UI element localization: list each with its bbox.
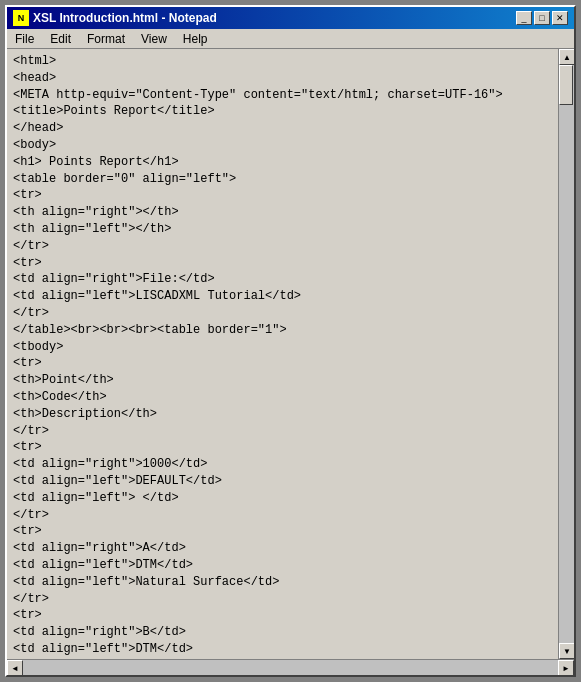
menu-file[interactable]: File [7,30,42,48]
horizontal-scrollbar[interactable]: ◄ ► [7,659,574,675]
title-buttons: _ □ ✕ [516,11,568,25]
scroll-down-button[interactable]: ▼ [559,643,574,659]
scroll-track-v[interactable] [559,65,574,643]
menu-bar: File Edit Format View Help [7,29,574,49]
scroll-right-button[interactable]: ► [558,660,574,675]
menu-view[interactable]: View [133,30,175,48]
text-editor[interactable]: <html> <head> <META http-equiv="Content-… [7,49,558,659]
close-button[interactable]: ✕ [552,11,568,25]
app-icon: N [13,10,29,26]
window-title: XSL Introduction.html - Notepad [33,11,217,25]
title-bar: N XSL Introduction.html - Notepad _ □ ✕ [7,7,574,29]
main-window: N XSL Introduction.html - Notepad _ □ ✕ … [5,5,576,677]
menu-edit[interactable]: Edit [42,30,79,48]
main-content: <html> <head> <META http-equiv="Content-… [7,49,574,659]
title-bar-left: N XSL Introduction.html - Notepad [13,10,217,26]
vertical-scrollbar[interactable]: ▲ ▼ [558,49,574,659]
scroll-track-h[interactable] [23,660,558,675]
menu-format[interactable]: Format [79,30,133,48]
maximize-button[interactable]: □ [534,11,550,25]
scroll-up-button[interactable]: ▲ [559,49,574,65]
scroll-left-button[interactable]: ◄ [7,660,23,675]
scroll-thumb-v[interactable] [559,65,573,105]
menu-help[interactable]: Help [175,30,216,48]
content-wrapper: <html> <head> <META http-equiv="Content-… [7,49,574,675]
minimize-button[interactable]: _ [516,11,532,25]
